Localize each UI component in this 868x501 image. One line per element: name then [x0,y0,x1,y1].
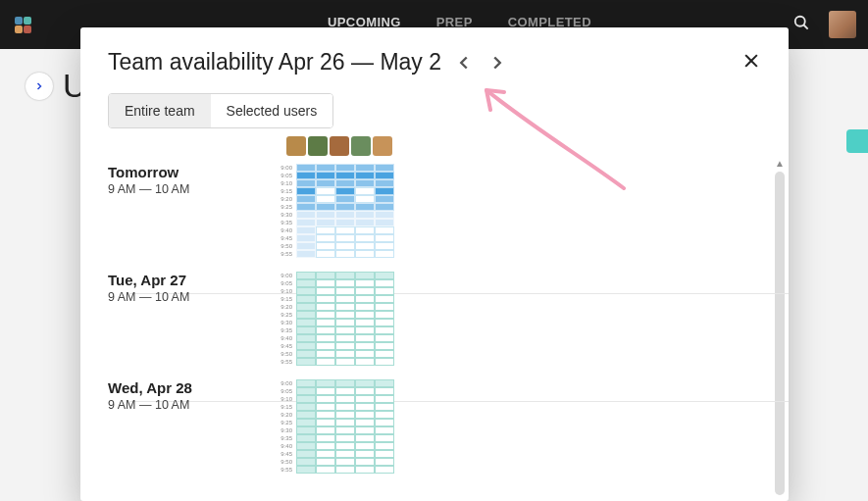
availability-slot[interactable] [335,411,355,419]
availability-slot[interactable] [316,419,335,426]
availability-slot[interactable] [355,272,375,279]
availability-slot[interactable] [375,450,394,458]
availability-slot[interactable] [316,242,335,250]
availability-slot[interactable] [296,458,316,466]
availability-slot[interactable] [355,419,375,426]
availability-slot[interactable] [355,172,375,179]
availability-slot[interactable] [375,164,394,172]
availability-slot[interactable] [375,187,394,195]
availability-slot[interactable] [316,458,335,466]
availability-slot[interactable] [316,395,335,403]
availability-slot[interactable] [316,450,335,458]
availability-slot[interactable] [355,295,375,303]
availability-slot[interactable] [296,219,316,226]
availability-slot[interactable] [375,334,394,342]
availability-slot[interactable] [296,358,316,366]
search-icon[interactable] [791,13,811,36]
availability-slot[interactable] [335,303,355,311]
availability-slot[interactable] [355,279,375,287]
prev-week-button[interactable] [453,52,475,74]
availability-slot[interactable] [296,295,316,303]
availability-slot[interactable] [316,179,335,187]
availability-slot[interactable] [296,434,316,442]
availability-slot[interactable] [335,458,355,466]
availability-slot[interactable] [375,403,394,411]
availability-slot[interactable] [316,311,335,319]
availability-slot[interactable] [335,442,355,450]
availability-slot[interactable] [296,211,316,219]
availability-slot[interactable] [355,411,375,419]
availability-slot[interactable] [316,219,335,226]
availability-slot[interactable] [335,434,355,442]
user-head-5[interactable] [373,136,392,156]
availability-slot[interactable] [316,195,335,203]
availability-slot[interactable] [375,442,394,450]
availability-slot[interactable] [355,450,375,458]
availability-slot[interactable] [375,326,394,334]
availability-slot[interactable] [335,250,355,258]
availability-slot[interactable] [355,387,375,395]
availability-slot[interactable] [316,287,335,295]
availability-slot[interactable] [355,250,375,258]
availability-slot[interactable] [316,250,335,258]
availability-slot[interactable] [355,350,375,358]
availability-slot[interactable] [296,419,316,426]
availability-slot[interactable] [355,326,375,334]
availability-slot[interactable] [296,187,316,195]
availability-slot[interactable] [296,226,316,234]
availability-slot[interactable] [355,442,375,450]
availability-slot[interactable] [375,434,394,442]
availability-slot[interactable] [375,358,394,366]
availability-slot[interactable] [335,295,355,303]
availability-slot[interactable] [335,272,355,279]
availability-slot[interactable] [296,326,316,334]
availability-slot[interactable] [375,195,394,203]
availability-slot[interactable] [355,458,375,466]
availability-slot[interactable] [316,387,335,395]
availability-slot[interactable] [296,450,316,458]
availability-slot[interactable] [355,311,375,319]
availability-slot[interactable] [375,172,394,179]
availability-slot[interactable] [316,379,335,387]
availability-slot[interactable] [296,287,316,295]
availability-slot[interactable] [296,342,316,350]
close-modal-button[interactable] [741,51,761,75]
availability-slot[interactable] [355,395,375,403]
availability-slot[interactable] [335,279,355,287]
availability-slot[interactable] [375,203,394,211]
user-head-4[interactable] [351,136,371,156]
availability-slot[interactable] [355,334,375,342]
availability-slot[interactable] [316,442,335,450]
availability-slot[interactable] [296,379,316,387]
availability-slot[interactable] [375,466,394,474]
availability-slot[interactable] [296,311,316,319]
availability-slot[interactable] [296,272,316,279]
availability-slot[interactable] [335,219,355,226]
availability-slot[interactable] [335,419,355,426]
availability-slot[interactable] [296,403,316,411]
availability-slot[interactable] [375,234,394,242]
availability-slot[interactable] [316,211,335,219]
availability-slot[interactable] [335,395,355,403]
availability-slot[interactable] [355,342,375,350]
availability-slot[interactable] [375,426,394,434]
availability-slot[interactable] [296,334,316,342]
availability-slot[interactable] [335,242,355,250]
availability-slot[interactable] [355,219,375,226]
availability-slot[interactable] [335,387,355,395]
availability-slot[interactable] [335,164,355,172]
availability-slot[interactable] [335,358,355,366]
availability-slot[interactable] [316,234,335,242]
availability-slot[interactable] [375,226,394,234]
availability-slot[interactable] [296,164,316,172]
availability-slot[interactable] [355,319,375,326]
availability-slot[interactable] [335,311,355,319]
availability-slot[interactable] [335,450,355,458]
availability-slot[interactable] [375,458,394,466]
filter-selected-users[interactable]: Selected users [211,94,333,127]
availability-slot[interactable] [355,287,375,295]
availability-slot[interactable] [375,379,394,387]
filter-entire-team[interactable]: Entire team [109,94,211,127]
availability-slot[interactable] [335,195,355,203]
user-head-3[interactable] [330,136,349,156]
